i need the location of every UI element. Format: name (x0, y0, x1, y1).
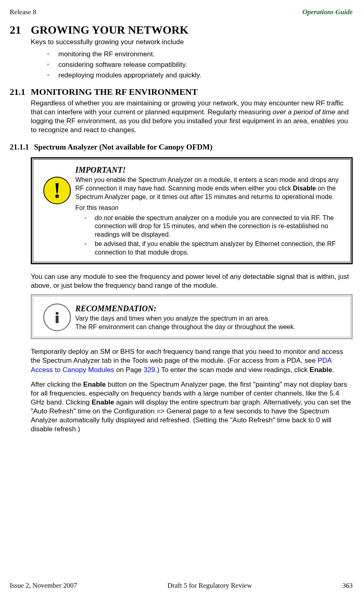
page-header: Release 8 Operations Guide (10, 8, 353, 16)
list-item: be advised that, if you enable the spect… (84, 240, 345, 257)
callout-line: Vary the days and times when you analyze… (75, 315, 345, 323)
callout-inner: RECOMMENDATION: Vary the days and times … (33, 296, 351, 338)
info-glyph (50, 310, 64, 324)
page: Release 8 Operations Guide 21GROWING YOU… (0, 0, 364, 597)
subsection-number: 21.1.1 (10, 143, 34, 152)
callout-line: The RF environment can change throughout… (75, 323, 345, 332)
text: on Page (114, 366, 144, 374)
text: enable the spectrum analyzer on a module… (95, 214, 334, 238)
callout-bullet-list: do not enable the spectrum analyzer on a… (84, 214, 345, 257)
header-guide: Operations Guide (302, 8, 353, 16)
intro-text: Keys to successfully growing your networ… (31, 38, 353, 46)
callout-text: IMPORTANT! When you enable the Spectrum … (75, 165, 345, 257)
section-number: 21.1 (10, 87, 31, 97)
body-paragraph: Temporarily deploy an SM or BHS for each… (31, 347, 353, 374)
emphasis: over a period of time (272, 108, 335, 116)
callout-title: RECOMMENDATION: (75, 303, 345, 314)
section-title: MONITORING THE RF ENVIRONMENT (31, 87, 198, 97)
footer-page-number: 363 (343, 582, 353, 590)
bold: Enable (310, 366, 332, 374)
info-icon (43, 304, 71, 331)
subsection-heading: 21.1.1Spectrum Analyzer (Not available f… (10, 143, 353, 152)
footer-issue: Issue 2, November 2007 (10, 582, 77, 590)
text: .) To enter the scan mode and view readi… (155, 366, 309, 374)
section-body: Regardless of whether you are maintainin… (31, 99, 353, 135)
callout-paragraph: When you enable the Spectrum Analyzer on… (75, 176, 345, 201)
warning-icon: ! (43, 177, 71, 204)
icon-column: ! (39, 165, 75, 204)
chapter-title: GROWING YOUR NETWORK (31, 24, 188, 36)
recommendation-callout: RECOMMENDATION: Vary the days and times … (31, 294, 353, 340)
page-footer: Issue 2, November 2007 Draft 5 for Regul… (10, 582, 353, 590)
text: . (332, 366, 334, 374)
callout-paragraph: For this reason (75, 204, 345, 212)
chapter-heading: 21GROWING YOUR NETWORK (10, 24, 353, 36)
list-item: redeploying modules appropriately and qu… (47, 71, 353, 79)
callout-text: RECOMMENDATION: Vary the days and times … (75, 303, 345, 332)
bold: Enable (83, 381, 106, 388)
callout-inner: ! IMPORTANT! When you enable the Spectru… (33, 159, 351, 262)
page-ref-link[interactable]: 329 (144, 366, 155, 374)
bold: Enable (92, 398, 114, 406)
subsection-title: Spectrum Analyzer (Not available for Can… (34, 143, 212, 151)
body-paragraph: You can use any module to see the freque… (31, 272, 353, 290)
intro-bullet-list: monitoring the RF environment. consideri… (47, 50, 353, 79)
text: After clicking the (31, 381, 83, 388)
list-item: do not enable the spectrum analyzer on a… (84, 214, 345, 239)
text: Temporarily deploy an SM or BHS for (31, 348, 146, 355)
footer-draft: Draft 5 for Regulatory Review (77, 582, 342, 590)
body-paragraph: After clicking the Enable button on the … (31, 380, 353, 434)
section-heading: 21.1MONITORING THE RF ENVIRONMENT (10, 87, 353, 97)
icon-column (39, 304, 75, 331)
chapter-number: 21 (10, 24, 31, 36)
svg-point-0 (55, 312, 58, 315)
svg-rect-1 (55, 315, 58, 323)
list-item: monitoring the RF environment. (47, 50, 353, 58)
emphasis: each (146, 348, 161, 355)
list-item: considering software release compatibili… (47, 61, 353, 69)
bold: Disable (293, 185, 316, 192)
emphasis: do not (95, 214, 113, 221)
header-release: Release 8 (10, 8, 36, 16)
callout-title: IMPORTANT! (75, 165, 345, 175)
important-callout: ! IMPORTANT! When you enable the Spectru… (31, 157, 353, 264)
